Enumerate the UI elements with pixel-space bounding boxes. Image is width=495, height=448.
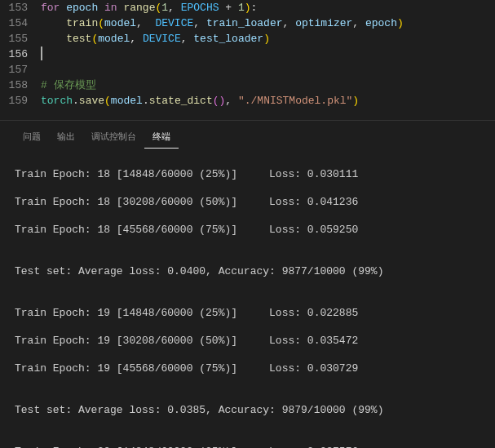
code-line[interactable]: 159 torch.save(model.state_dict(), "./MN… bbox=[0, 93, 495, 109]
terminal-output[interactable]: Train Epoch: 18 [14848/60000 (25%)] Loss… bbox=[0, 149, 495, 448]
code-editor[interactable]: 153 for epoch in range(1, EPOCHS + 1): 1… bbox=[0, 0, 495, 109]
code-content[interactable]: test(model, DEVICE, test_loader) bbox=[41, 31, 270, 47]
line-number: 154 bbox=[0, 16, 41, 31]
code-content[interactable]: # 保存模型 bbox=[41, 78, 96, 93]
line-number: 159 bbox=[0, 93, 41, 109]
terminal-line: Train Epoch: 19 [30208/60000 (50%)] Loss… bbox=[15, 334, 495, 348]
code-line[interactable]: 158 # 保存模型 bbox=[0, 78, 495, 93]
editor-cursor bbox=[41, 47, 42, 60]
line-number: 157 bbox=[0, 62, 41, 78]
tab-problems[interactable]: 问题 bbox=[15, 127, 49, 149]
tab-output[interactable]: 输出 bbox=[49, 127, 83, 149]
line-number: 156 bbox=[0, 47, 41, 62]
line-number: 158 bbox=[0, 78, 41, 93]
terminal-line: Train Epoch: 20 [14848/60000 (25%)] Loss… bbox=[15, 445, 495, 448]
code-content[interactable] bbox=[41, 47, 42, 62]
tab-terminal[interactable]: 终端 bbox=[144, 127, 179, 149]
code-content[interactable]: train(model, DEVICE, train_loader, optim… bbox=[41, 16, 404, 31]
code-line[interactable]: 155 test(model, DEVICE, test_loader) bbox=[0, 31, 495, 47]
code-content[interactable]: torch.save(model.state_dict(), "./MNISTM… bbox=[41, 93, 359, 109]
code-line[interactable]: 153 for epoch in range(1, EPOCHS + 1): bbox=[0, 0, 495, 16]
line-number: 153 bbox=[0, 0, 41, 16]
line-number: 155 bbox=[0, 31, 41, 47]
tab-debug-console[interactable]: 调试控制台 bbox=[83, 127, 144, 149]
terminal-line: Train Epoch: 18 [30208/60000 (50%)] Loss… bbox=[15, 195, 495, 209]
terminal-line: Train Epoch: 19 [45568/60000 (75%)] Loss… bbox=[15, 362, 495, 375]
terminal-line: Train Epoch: 18 [45568/60000 (75%)] Loss… bbox=[15, 223, 495, 237]
code-line[interactable]: 157 bbox=[0, 62, 495, 78]
terminal-line: Train Epoch: 19 [14848/60000 (25%)] Loss… bbox=[15, 306, 495, 320]
code-content[interactable]: for epoch in range(1, EPOCHS + 1): bbox=[41, 0, 257, 16]
panel-tabs: 问题 输出 调试控制台 终端 bbox=[0, 121, 495, 149]
terminal-line: Test set: Average loss: 0.0400, Accuracy… bbox=[15, 264, 495, 278]
code-line-active[interactable]: 156 bbox=[0, 47, 495, 62]
bottom-panel: 问题 输出 调试控制台 终端 Train Epoch: 18 [14848/60… bbox=[0, 120, 495, 448]
terminal-line: Train Epoch: 18 [14848/60000 (25%)] Loss… bbox=[15, 167, 495, 181]
code-line[interactable]: 154 train(model, DEVICE, train_loader, o… bbox=[0, 16, 495, 31]
terminal-line: Test set: Average loss: 0.0385, Accuracy… bbox=[15, 403, 495, 417]
